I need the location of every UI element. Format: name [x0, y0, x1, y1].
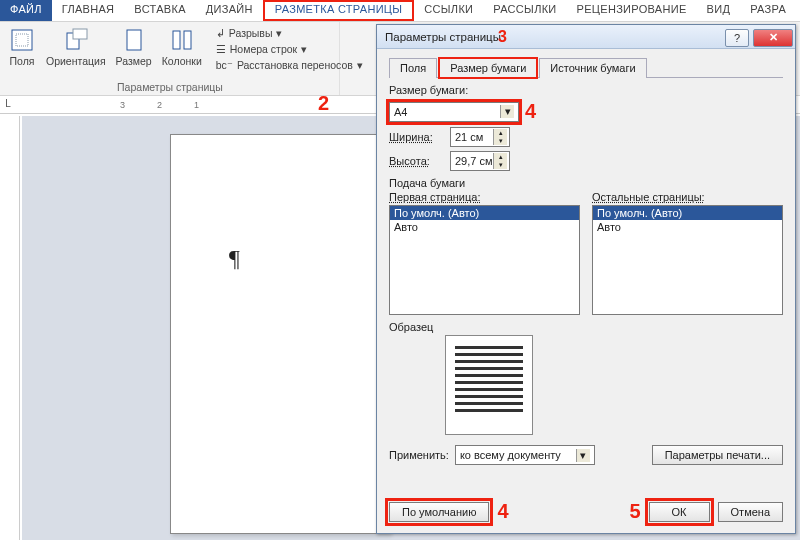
chevron-down-icon: ▾ [276, 27, 282, 39]
chevron-down-icon[interactable]: ▾ [500, 105, 514, 118]
line-numbers-label: Номера строк [230, 43, 297, 55]
tab-home[interactable]: ГЛАВНАЯ [52, 0, 125, 21]
spin-up-icon[interactable]: ▴ [493, 129, 507, 137]
tab-references[interactable]: ССЫЛКИ [414, 0, 483, 21]
preview-label: Образец [389, 321, 783, 333]
paper-size-section-label: Размер бумаги: [389, 84, 783, 96]
hyphenation-button[interactable]: bc⁻Расстановка переносов▾ [214, 58, 365, 72]
annotation-3: 3 [498, 28, 507, 46]
line-numbers-icon: ☰ [216, 43, 226, 55]
apply-to-dropdown[interactable]: ко всему документу ▾ [455, 445, 595, 465]
ruler-left-indicator: L [2, 98, 14, 109]
list-item[interactable]: Авто [593, 220, 782, 234]
tab-insert[interactable]: ВСТАВКА [124, 0, 195, 21]
paper-size-value: A4 [394, 106, 407, 118]
orientation-icon [62, 26, 90, 54]
height-value: 29,7 см [455, 155, 493, 167]
tab-developer[interactable]: РАЗРА [740, 0, 796, 21]
svg-rect-5 [173, 31, 180, 49]
size-button[interactable]: Размер [114, 24, 154, 72]
chevron-down-icon: ▾ [301, 43, 307, 55]
ruler-vertical[interactable] [0, 116, 20, 540]
annotation-4a: 4 [525, 100, 536, 123]
list-item[interactable]: По умолч. (Авто) [390, 206, 579, 220]
other-pages-label: Остальные страницы: [592, 191, 783, 203]
hyphenation-icon: bc⁻ [216, 59, 233, 71]
hyphenation-label: Расстановка переносов [237, 59, 353, 71]
svg-rect-3 [73, 29, 87, 39]
document-page[interactable]: ¶ [170, 134, 390, 534]
orientation-button[interactable]: Ориентация [44, 24, 108, 72]
list-item[interactable]: По умолч. (Авто) [593, 206, 782, 220]
width-label: Ширина: [389, 131, 444, 143]
cancel-button[interactable]: Отмена [718, 502, 783, 522]
dialog-tabs: Поля Размер бумаги Источник бумаги [389, 57, 783, 78]
breaks-icon: ↲ [216, 27, 225, 39]
chevron-down-icon[interactable]: ▾ [576, 449, 590, 462]
dialog-tab-margins[interactable]: Поля [389, 58, 437, 78]
first-page-label: Первая страница: [389, 191, 580, 203]
height-spinner[interactable]: 29,7 см ▴▾ [450, 151, 510, 171]
preview-box [445, 335, 533, 435]
spin-up-icon[interactable]: ▴ [493, 153, 507, 161]
group-label-page-setup: Параметры страницы [110, 81, 230, 93]
apply-to-value: ко всему документу [460, 449, 561, 461]
print-options-button[interactable]: Параметры печати... [652, 445, 783, 465]
breaks-label: Разрывы [229, 27, 273, 39]
dialog-tab-paper[interactable]: Размер бумаги [439, 58, 537, 78]
close-button[interactable]: ✕ [753, 29, 793, 47]
paper-size-dropdown[interactable]: A4 ▾ [389, 102, 519, 122]
annotation-5: 5 [629, 500, 640, 523]
orientation-label: Ориентация [46, 56, 106, 67]
width-value: 21 см [455, 131, 483, 143]
tab-mailings[interactable]: РАССЫЛКИ [483, 0, 566, 21]
help-button[interactable]: ? [725, 29, 749, 47]
first-page-listbox[interactable]: По умолч. (Авто) Авто [389, 205, 580, 315]
ruler-mark: 1 [194, 100, 199, 110]
spin-down-icon[interactable]: ▾ [493, 161, 507, 169]
other-pages-listbox[interactable]: По умолч. (Авто) Авто [592, 205, 783, 315]
ruler-mark: 3 [120, 100, 125, 110]
margins-button[interactable]: Поля [6, 24, 38, 72]
tab-view[interactable]: ВИД [697, 0, 741, 21]
dialog-titlebar[interactable]: Параметры страницы 3 ? ✕ [377, 25, 795, 49]
ok-button[interactable]: ОК [649, 502, 710, 522]
size-icon [120, 26, 148, 54]
set-default-button[interactable]: По умолчанию [389, 502, 489, 522]
columns-button[interactable]: Колонки [160, 24, 204, 72]
width-spinner[interactable]: 21 см ▴▾ [450, 127, 510, 147]
annotation-2: 2 [318, 92, 329, 115]
dialog-tab-layout[interactable]: Источник бумаги [539, 58, 646, 78]
tab-review[interactable]: РЕЦЕНЗИРОВАНИЕ [567, 0, 697, 21]
margins-icon [8, 26, 36, 54]
columns-label: Колонки [162, 56, 202, 67]
margins-label: Поля [10, 56, 35, 67]
page-setup-dialog: Параметры страницы 3 ? ✕ Поля Размер бум… [376, 24, 796, 534]
dialog-title: Параметры страницы [385, 31, 501, 43]
chevron-down-icon: ▾ [357, 59, 363, 71]
apply-to-label: Применить: [389, 449, 449, 461]
tab-design[interactable]: ДИЗАЙН [196, 0, 263, 21]
height-label: Высота: [389, 155, 444, 167]
pilcrow-mark: ¶ [229, 245, 240, 272]
ruler-mark: 2 [157, 100, 162, 110]
tab-file[interactable]: ФАЙЛ [0, 0, 52, 21]
columns-icon [168, 26, 196, 54]
svg-rect-0 [12, 30, 32, 50]
size-label: Размер [116, 56, 152, 67]
annotation-4b: 4 [497, 500, 508, 523]
spin-down-icon[interactable]: ▾ [493, 137, 507, 145]
svg-rect-4 [127, 30, 141, 50]
breaks-button[interactable]: ↲Разрывы▾ [214, 26, 365, 40]
line-numbers-button[interactable]: ☰Номера строк▾ [214, 42, 365, 56]
ribbon-tabs: ФАЙЛ ГЛАВНАЯ ВСТАВКА ДИЗАЙН РАЗМЕТКА СТР… [0, 0, 800, 22]
tab-page-layout[interactable]: РАЗМЕТКА СТРАНИЦЫ [263, 0, 415, 21]
paper-feed-section-label: Подача бумаги [389, 177, 783, 189]
svg-rect-6 [184, 31, 191, 49]
list-item[interactable]: Авто [390, 220, 579, 234]
